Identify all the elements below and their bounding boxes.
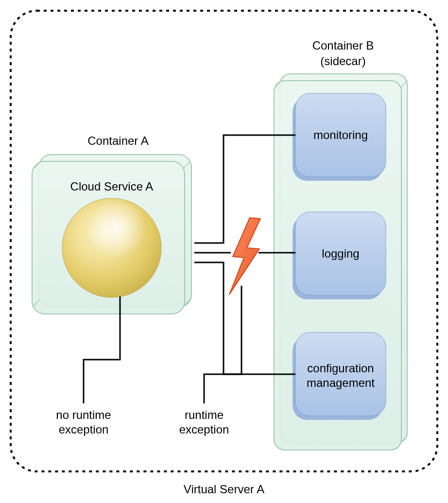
- module-logging-label: logging: [322, 247, 359, 260]
- module-config-label-l1: configuration: [307, 362, 374, 375]
- module-config: configuration management: [293, 332, 386, 420]
- connector-stubs: [194, 243, 216, 262]
- container-b-title-line1: Container B: [312, 39, 374, 52]
- container-b-title-line2: (sidecar): [320, 54, 365, 68]
- runtime-exception-label-l2: exception: [179, 423, 229, 436]
- no-runtime-exception-label-l2: exception: [59, 423, 109, 436]
- module-monitoring-label: monitoring: [313, 128, 368, 141]
- diagram-canvas: Virtual Server A Container B (sidecar) m…: [0, 0, 448, 503]
- module-config-label-l2: management: [307, 376, 375, 389]
- no-runtime-exception-label-l1: no runtime: [56, 408, 111, 421]
- svg-point-18: [62, 198, 161, 297]
- cloud-service-a-label: Cloud Service A: [70, 180, 154, 193]
- runtime-exception-label-l1: runtime: [185, 408, 224, 421]
- cloud-service-sphere: [62, 198, 161, 297]
- module-monitoring: monitoring: [293, 93, 386, 181]
- container-a-title: Container A: [87, 134, 148, 147]
- virtual-server-label: Virtual Server A: [184, 483, 264, 496]
- module-logging: logging: [293, 212, 386, 299]
- lightning-bolt-icon: [229, 218, 260, 295]
